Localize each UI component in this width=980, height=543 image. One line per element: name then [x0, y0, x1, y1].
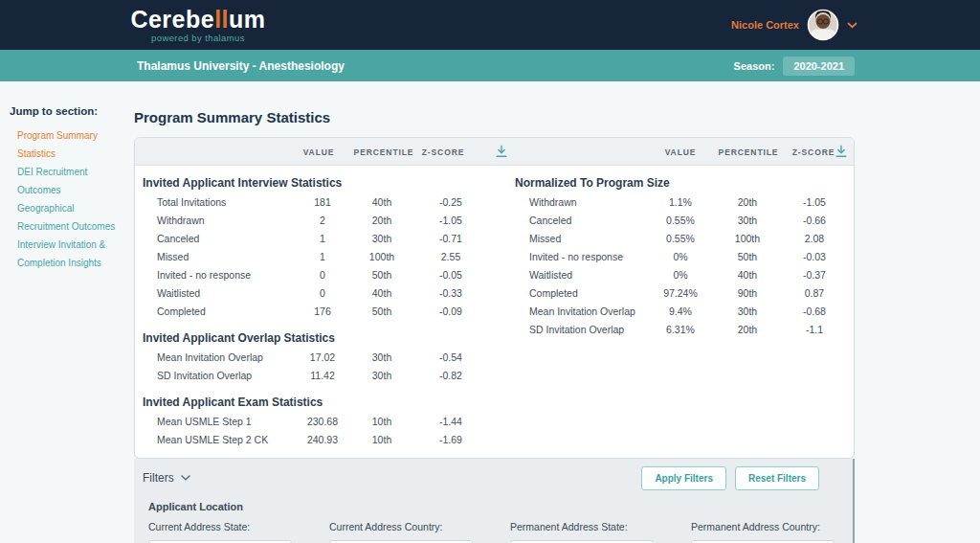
column-header-percentile-right: PERCENTILE: [719, 147, 779, 157]
table-row: Completed97.24%90th0.87: [507, 283, 854, 302]
left-statistics-table: Invited Applicant Interview StatisticsTo…: [135, 171, 507, 448]
stat-value: 1.1%: [647, 196, 714, 208]
jump-to-section-sidebar: Jump to section: Program Summary Statist…: [10, 105, 124, 272]
table-row: Missed0.55%100th2.08: [507, 229, 854, 247]
sidebar-item-program-summary-statistics[interactable]: Program Summary Statistics: [17, 126, 124, 163]
stat-zscore: -0.03: [781, 251, 848, 262]
column-header-value-right: VALUE: [665, 147, 697, 157]
filter-label-current-address-state: Current Address State:: [148, 521, 292, 532]
table-row: Withdrawn220th-1.05: [135, 211, 507, 229]
app-logo: Cerebellum powered by thalamus: [127, 7, 269, 43]
stat-label: Missed: [529, 233, 647, 244]
filter-label-permanent-address-country: Permanent Address Country:: [691, 521, 835, 532]
stat-zscore: -0.37: [781, 269, 848, 281]
download-icon-left[interactable]: [496, 145, 508, 158]
user-name: Nicole Cortex: [731, 19, 799, 31]
stat-value: 1: [289, 251, 356, 262]
avatar[interactable]: [807, 9, 839, 41]
stat-zscore: -1.05: [781, 196, 848, 208]
table-row: Missed1100th2.55: [135, 247, 507, 265]
stat-value: 6.31%: [647, 324, 714, 335]
table-row: Mean USMLE Step 2 CK240.9310th-1.69: [135, 430, 507, 448]
stat-zscore: -0.33: [408, 287, 494, 299]
stat-label: Withdrawn: [157, 215, 289, 226]
season-selector[interactable]: 2020-2021: [783, 57, 855, 76]
stat-label: Completed: [157, 305, 289, 317]
filter-label-permanent-address-state: Permanent Address State:: [510, 521, 654, 532]
stat-zscore: -0.54: [408, 351, 494, 363]
section-title-invited-applicant-overlap-statistics: Invited Applicant Overlap Statistics: [135, 328, 507, 348]
table-row: Total Invitations18140th-0.25: [135, 192, 507, 211]
stat-zscore: -0.05: [408, 269, 494, 281]
stat-zscore: -0.71: [408, 233, 494, 244]
stat-zscore: -1.69: [408, 434, 494, 445]
filter-label-current-address-country: Current Address Country:: [329, 521, 473, 532]
sidebar-item-interview-invitation-completion-insights[interactable]: Interview Invitation & Completion Insigh…: [17, 236, 124, 272]
stat-value: 11.42: [289, 370, 356, 381]
column-header-z-score-right: Z-SCORE: [792, 147, 835, 157]
stat-percentile: 10th: [356, 434, 408, 445]
table-row: Waitlisted0%40th-0.37: [507, 265, 854, 283]
filter-group-permanent-address-country: Permanent Address Country:All: [691, 521, 835, 543]
stat-percentile: 40th: [356, 287, 408, 299]
stat-label: Completed: [529, 287, 647, 299]
main-content: Program Summary Statistics VALUEPERCENTI…: [134, 103, 855, 543]
stat-percentile: 40th: [356, 196, 408, 208]
stat-percentile: 30th: [356, 233, 408, 244]
program-title: Thalamus University - Anesthesiology: [137, 59, 345, 73]
stat-value: 0%: [647, 251, 714, 262]
filters-title: Filters: [143, 471, 174, 485]
stat-value: 0: [289, 269, 356, 281]
section-title-normalized-to-program-size: Normalized To Program Size: [507, 173, 854, 192]
stat-value: 0%: [647, 269, 714, 281]
table-row: SD Invitation Overlap11.4230th-0.82: [135, 366, 507, 384]
stat-percentile: 90th: [714, 287, 781, 299]
stat-percentile: 20th: [714, 324, 781, 335]
stat-label: Missed: [157, 251, 289, 262]
sidebar-nav: Program Summary StatisticsDEI Recruitmen…: [10, 126, 124, 272]
stat-value: 0: [289, 287, 356, 299]
user-menu-chevron-down-icon[interactable]: [847, 22, 858, 29]
filters-toggle[interactable]: Filters: [143, 471, 190, 485]
stat-value: 2: [289, 215, 356, 226]
stat-percentile: 100th: [714, 233, 781, 244]
user-menu[interactable]: Nicole Cortex: [731, 9, 858, 41]
sidebar-item-dei-recruitment-outcomes[interactable]: DEI Recruitment Outcomes: [17, 163, 124, 199]
column-header-percentile-left: PERCENTILE: [354, 147, 414, 157]
sidebar-item-geographical-recruitment-outcomes[interactable]: Geographical Recruitment Outcomes: [17, 199, 124, 236]
table-row: Withdrawn1.1%20th-1.05: [507, 192, 854, 211]
stat-percentile: 100th: [356, 251, 408, 262]
stat-label: Mean USMLE Step 1: [157, 416, 289, 427]
stat-label: Withdrawn: [529, 196, 647, 208]
stat-zscore: -0.66: [781, 215, 848, 226]
stat-zscore: -0.68: [781, 305, 848, 317]
stat-label: Mean Invitation Overlap: [157, 351, 289, 363]
filter-group-current-address-state: Current Address State:All: [148, 521, 292, 543]
stat-percentile: 50th: [356, 305, 408, 317]
stat-label: Mean USMLE Step 2 CK: [157, 434, 289, 445]
stat-value: 181: [289, 196, 356, 208]
download-icon-right[interactable]: [835, 145, 848, 158]
filter-groups: Current Address State:AllCurrent Address…: [134, 521, 853, 543]
stat-label: Canceled: [529, 215, 647, 226]
filters-panel: Filters Apply Filters Reset Filters Appl…: [134, 459, 855, 543]
stat-value: 97.24%: [647, 287, 714, 299]
page: Cerebellum powered by thalamus Nicole Co…: [0, 0, 980, 543]
logo-tagline: powered by thalamus: [127, 33, 269, 43]
section-title-invited-applicant-interview-statistics: Invited Applicant Interview Statistics: [135, 173, 507, 192]
stat-value: 240.93: [289, 434, 356, 445]
stat-value: 1: [289, 233, 356, 244]
column-header-z-score-left: Z-SCORE: [422, 147, 465, 157]
reset-filters-button[interactable]: Reset Filters: [735, 466, 819, 490]
filter-group-permanent-address-state: Permanent Address State:All: [510, 521, 654, 543]
sidebar-heading: Jump to section:: [10, 105, 124, 117]
table-row: Canceled130th-0.71: [135, 229, 507, 247]
season-bar: Thalamus University - Anesthesiology Sea…: [0, 50, 980, 81]
apply-filters-button[interactable]: Apply Filters: [641, 466, 726, 490]
table-row: Invited - no response050th-0.05: [135, 265, 507, 283]
stat-zscore: -0.09: [408, 305, 494, 317]
table-row: Mean Invitation Overlap17.0230th-0.54: [135, 348, 507, 366]
stat-percentile: 50th: [714, 251, 781, 262]
stat-label: SD Invitation Overlap: [529, 324, 647, 335]
table-row: Completed17650th-0.09: [135, 302, 507, 320]
